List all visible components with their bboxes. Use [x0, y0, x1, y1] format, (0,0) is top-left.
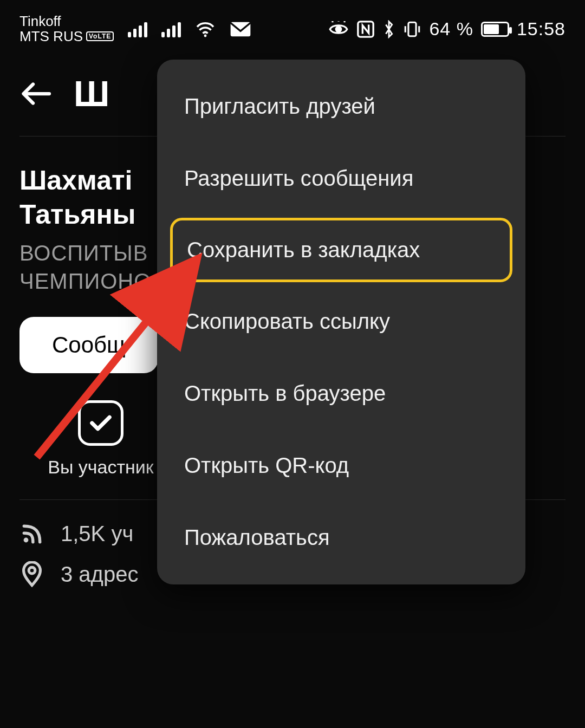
menu-open-browser[interactable]: Открыть в браузере: [157, 358, 525, 430]
menu-invite-friends[interactable]: Пригласить друзей: [157, 70, 525, 142]
clock: 15:58: [517, 18, 566, 40]
signal-icon-2: [161, 21, 181, 37]
signal-icon-1: [128, 21, 147, 37]
group-title-line1: Шахматі: [20, 165, 132, 196]
status-bar: Tinkoff MTS RUS VoLTE 64 %: [0, 0, 585, 51]
svg-point-5: [24, 537, 29, 542]
message-button[interactable]: Сообщ: [20, 317, 158, 373]
group-title-line2: Татьяны: [20, 199, 135, 230]
carrier-bottom: MTS RUS: [20, 29, 83, 44]
wifi-icon: [195, 21, 216, 37]
carrier-top: Tinkoff: [20, 14, 114, 29]
eye-icon: [328, 21, 349, 37]
location-icon: [20, 561, 44, 587]
status-right: 64 % 15:58: [328, 18, 566, 40]
svg-rect-4: [408, 22, 416, 36]
svg-point-2: [336, 27, 342, 32]
group-sub-line1: ВОСПИТЫВ: [20, 241, 148, 265]
address-text: 3 адрес: [61, 562, 138, 587]
status-left: Tinkoff MTS RUS VoLTE: [20, 14, 251, 44]
svg-point-0: [204, 34, 207, 37]
back-icon[interactable]: [20, 77, 52, 110]
volte-badge: VoLTE: [86, 31, 114, 41]
menu-open-qr[interactable]: Открыть QR-код: [157, 430, 525, 502]
svg-point-6: [29, 567, 35, 574]
context-menu: Пригласить друзей Разрешить сообщения Со…: [157, 60, 525, 584]
vibrate-icon: [403, 20, 421, 38]
menu-copy-link[interactable]: Скопировать ссылку: [157, 285, 525, 358]
page-title: Ш: [74, 73, 109, 114]
menu-save-bookmark[interactable]: Сохранить в закладках: [170, 218, 512, 282]
member-check-icon: [78, 400, 123, 446]
menu-allow-messages[interactable]: Разрешить сообщения: [157, 142, 525, 214]
nfc-icon: [356, 20, 375, 38]
followers-text: 1,5K уч: [61, 522, 133, 546]
group-sub-line2: ЧЕМПИОНО: [20, 269, 151, 293]
rss-icon: [20, 522, 44, 546]
mail-icon: [230, 21, 251, 37]
carrier-block: Tinkoff MTS RUS VoLTE: [20, 14, 114, 44]
battery-icon: [481, 22, 509, 37]
svg-rect-1: [231, 22, 251, 36]
menu-report[interactable]: Пожаловаться: [157, 502, 525, 574]
membership-block[interactable]: Вы участник: [41, 400, 160, 478]
membership-label: Вы участник: [48, 457, 153, 478]
bluetooth-icon: [382, 20, 395, 38]
battery-percent: 64 %: [429, 18, 473, 40]
